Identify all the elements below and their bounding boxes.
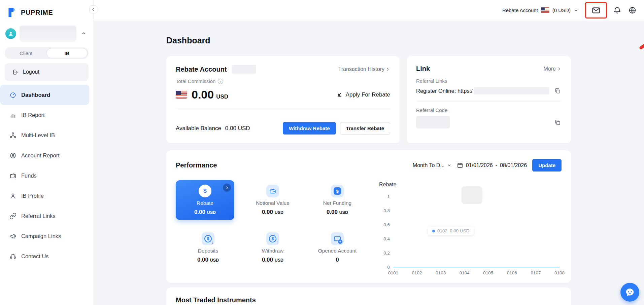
tile-label: Withdraw xyxy=(262,248,284,254)
toggle-ib[interactable]: IB xyxy=(46,48,88,58)
sidebar-item-ib-report[interactable]: IB Report xyxy=(0,105,89,125)
update-button[interactable]: Update xyxy=(532,159,562,171)
page-title: Dashboard xyxy=(166,36,571,45)
info-icon[interactable]: i xyxy=(218,79,223,84)
x-tick: 0101 xyxy=(388,270,398,275)
sidebar-item-account-report[interactable]: Account Report xyxy=(0,145,89,165)
tile-label: Rebate xyxy=(197,200,213,206)
sidebar-item-label: Campaign Links xyxy=(21,233,61,239)
metric-tile-withdraw[interactable]: $ ↑ Withdraw 0.00 USD xyxy=(240,228,305,268)
tooltip-date: 0102 xyxy=(437,228,447,233)
chevron-left-icon xyxy=(91,7,95,11)
profile-section xyxy=(0,22,93,46)
chevron-right-icon xyxy=(385,67,390,72)
logout-button[interactable]: Logout xyxy=(5,63,89,81)
mail-icon xyxy=(591,6,601,15)
metric-tiles: $ Rebate 0.00 USD Notional Value 0.00 US… xyxy=(176,180,370,268)
account-switcher[interactable]: Rebate Account (0 USD) xyxy=(502,7,578,13)
tile-detail-arrow-button[interactable] xyxy=(223,184,231,192)
x-tick: 0107 xyxy=(531,270,541,275)
copy-code-button[interactable] xyxy=(553,118,562,126)
sidebar-item-campaign-links[interactable]: Campaign Links xyxy=(0,226,89,246)
commission-currency: USD xyxy=(216,93,228,100)
us-flag-icon xyxy=(176,91,187,99)
date-range-select[interactable]: Month To D... xyxy=(413,162,451,168)
sidebar-item-label: Multi-Level IB xyxy=(21,132,55,139)
y-tick: 0 xyxy=(378,265,390,270)
sidebar-item-referral-links[interactable]: Referral Links xyxy=(0,206,89,226)
language-button[interactable] xyxy=(628,5,637,15)
topbar: Rebate Account (0 USD) xyxy=(94,0,644,21)
dashboard-gauge-icon xyxy=(9,91,16,99)
link-card: Link More Referral Links Register Online… xyxy=(407,56,571,143)
metric-tile-net-funding[interactable]: $ Net Funding 0.00 USD xyxy=(305,180,370,220)
tile-label: Net Funding xyxy=(323,200,351,206)
y-tick: 1 xyxy=(378,194,390,199)
copy-icon xyxy=(554,87,561,94)
person-icon xyxy=(8,31,14,37)
link-card-title: Link xyxy=(416,65,430,73)
tooltip-series-dot xyxy=(432,230,435,232)
notional-wallet-icon xyxy=(266,185,279,197)
sidebar-collapse-button[interactable] xyxy=(89,5,97,13)
withdraw-rebate-button[interactable]: Withdraw Rebate xyxy=(283,122,336,135)
tile-label: Notional Value xyxy=(256,200,290,206)
deposits-icon: $ ↓ xyxy=(202,232,214,245)
commission-amount: 0.00 xyxy=(192,88,214,101)
notifications-button[interactable] xyxy=(612,5,622,15)
chevron-right-icon xyxy=(225,186,229,190)
net-funding-icon: $ xyxy=(331,185,344,197)
avatar xyxy=(5,28,16,39)
copy-icon xyxy=(554,119,561,126)
referral-links-label: Referral Links xyxy=(416,78,562,84)
most-traded-card: Most Traded Instruments xyxy=(166,288,571,305)
tooltip-value: 0.00 USD xyxy=(450,228,470,233)
profile-collapse-button[interactable] xyxy=(80,29,88,38)
sidebar-item-label: IB Report xyxy=(21,112,45,118)
divider xyxy=(176,108,390,108)
chevron-down-icon xyxy=(574,8,578,13)
apply-for-rebate-link[interactable]: Apply For Rebate xyxy=(336,91,390,98)
x-tick: 0104 xyxy=(460,270,470,275)
sidebar-item-label: Funds xyxy=(21,173,37,179)
opened-account-icon: + xyxy=(331,232,344,245)
sidebar-item-dashboard[interactable]: Dashboard xyxy=(0,85,89,105)
sidebar-item-funds[interactable]: Funds xyxy=(0,165,89,186)
x-tick: 0102 xyxy=(412,270,422,275)
brand-name: PUPRIME xyxy=(21,9,53,16)
chart-plot-area: 1 0.8 0.6 0.4 0.2 0 0102 0.00 USD xyxy=(393,196,560,267)
metric-tile-deposits[interactable]: $ ↓ Deposits 0.00 USD xyxy=(176,228,240,268)
date-from: 01/01/2026 xyxy=(466,162,493,168)
transaction-history-link[interactable]: Transaction History xyxy=(338,66,390,72)
sidebar-item-label: IB Profile xyxy=(21,193,44,199)
bell-icon xyxy=(613,6,621,14)
mail-button[interactable] xyxy=(591,5,601,15)
sidebar-item-contact-us[interactable]: Contact Us xyxy=(0,246,89,266)
register-online-url: Register Online: https:/ xyxy=(416,88,473,94)
sidebar-item-ib-profile[interactable]: IB Profile xyxy=(0,186,89,206)
more-link[interactable]: More xyxy=(544,66,562,72)
copy-link-button[interactable] xyxy=(553,87,562,95)
client-ib-toggle: Client IB xyxy=(5,47,89,59)
chart-watermark xyxy=(462,186,482,204)
live-chat-button[interactable] xyxy=(620,283,639,302)
redacted-referral-url xyxy=(474,87,549,94)
redacted-referral-code xyxy=(416,116,450,128)
sidebar-item-multi-level-ib[interactable]: Multi-Level IB xyxy=(0,125,89,145)
sidebar-item-label: Contact Us xyxy=(21,253,49,260)
puprime-logo-icon xyxy=(6,7,18,18)
y-tick: 0.6 xyxy=(378,222,390,227)
rebate-card-title: Rebate Account xyxy=(176,66,227,73)
rebate-account-card: Rebate Account Transaction History Total… xyxy=(166,56,400,143)
metric-tile-rebate[interactable]: $ Rebate 0.00 USD xyxy=(176,180,234,220)
date-range-picker[interactable]: 01/01/2026 - 08/01/2026 xyxy=(457,162,527,168)
metric-tile-opened-account[interactable]: + Opened Account 0 xyxy=(305,228,370,268)
metric-tile-notional-value[interactable]: Notional Value 0.00 USD xyxy=(240,180,305,220)
total-commission-label: Total Commission xyxy=(176,78,215,84)
annotation-highlight-box xyxy=(585,2,607,18)
toggle-client[interactable]: Client xyxy=(6,48,46,58)
transfer-rebate-button[interactable]: Transfer Rebate xyxy=(340,122,390,135)
wallet-icon xyxy=(9,172,16,179)
y-tick: 0.8 xyxy=(378,208,390,213)
link-icon xyxy=(9,213,16,220)
